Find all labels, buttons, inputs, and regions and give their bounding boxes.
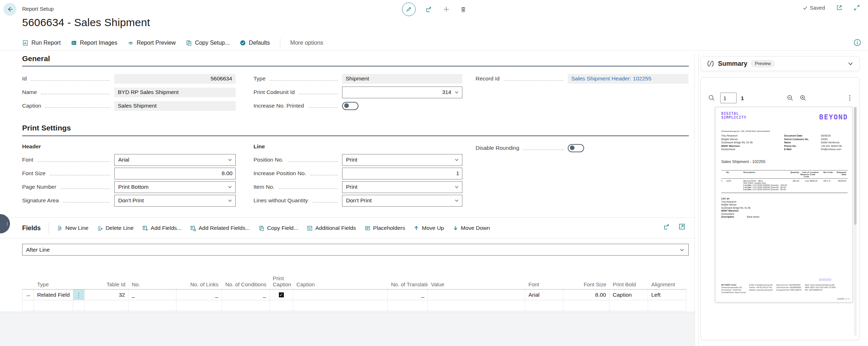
factbox-splitter[interactable] <box>698 54 699 346</box>
cell-no-of-translations[interactable]: _ <box>388 290 428 300</box>
move-up-button[interactable]: Move Up <box>413 225 444 231</box>
record-id-field: Sales Shipment Header: 102255 <box>568 74 688 84</box>
new-button[interactable] <box>443 6 450 13</box>
more-options-button[interactable]: More options <box>290 40 323 46</box>
pdf-zoom-in-button[interactable] <box>799 94 807 102</box>
back-button[interactable] <box>4 3 16 16</box>
item-no-select[interactable]: Print <box>342 181 462 193</box>
col-header-table-id[interactable]: Table Id <box>85 281 129 287</box>
chevron-down-icon[interactable] <box>454 198 459 203</box>
col-header-font[interactable]: Font <box>525 281 563 287</box>
plus-icon <box>443 6 450 13</box>
col-header-print-caption[interactable]: Print Caption <box>270 275 293 287</box>
report-images-button[interactable]: Report Images <box>71 40 117 46</box>
col-header-no-of-links[interactable]: No. of Links <box>176 281 222 287</box>
cell-no[interactable]: _ <box>129 290 176 300</box>
add-fields-button[interactable]: Add Fields... <box>142 225 181 231</box>
fields-heading[interactable]: Fields <box>22 224 41 232</box>
fields-expand-button[interactable] <box>678 223 686 230</box>
col-header-alignment[interactable]: Alignment <box>648 281 686 287</box>
lines-without-quantity-label: Lines without Quantity <box>254 197 308 204</box>
report-preview-button[interactable]: Report Preview <box>127 40 176 46</box>
copy-setup-button[interactable]: Copy Setup... <box>186 40 230 46</box>
back-arrow-icon <box>6 6 14 13</box>
pdf-more-button[interactable] <box>847 94 852 102</box>
cell-no-of-links[interactable]: _ <box>176 290 222 300</box>
record-id-link[interactable]: Sales Shipment Header: 102255 <box>571 75 651 82</box>
print-settings-heading[interactable]: Print Settings <box>22 124 71 132</box>
checked-checkbox-icon[interactable]: ✓ <box>279 292 284 297</box>
lines-without-quantity-select[interactable]: Don't Print <box>342 195 462 207</box>
cell-caption[interactable] <box>293 290 388 300</box>
col-header-no[interactable]: No. <box>129 281 176 287</box>
cell-font[interactable]: Arial <box>525 290 563 300</box>
pdf-search-button[interactable] <box>708 94 715 102</box>
cell-type[interactable]: Related Field <box>34 290 73 300</box>
line-group-label: Line <box>254 143 265 150</box>
placeholders-button[interactable]: Placeholders <box>365 225 405 231</box>
increase-position-no-input[interactable]: 1 <box>342 168 462 179</box>
open-in-window-button[interactable] <box>836 4 843 11</box>
name-field: BYD RP Sales Shipment <box>114 88 236 97</box>
report-images-label: Report Images <box>80 40 117 46</box>
col-header-no-of-translations[interactable]: No. of Translations <box>388 281 428 287</box>
pdf-scrollbar-thumb[interactable] <box>854 107 857 225</box>
general-heading[interactable]: General <box>22 54 50 63</box>
font-size-label: Font Size <box>22 170 45 177</box>
chevron-down-icon[interactable] <box>227 157 232 162</box>
fields-filter-select[interactable]: After Line <box>22 244 689 256</box>
print-codeunit-field[interactable]: 314 <box>342 86 462 98</box>
collapse-button[interactable] <box>853 4 860 11</box>
defaults-button[interactable]: Defaults <box>240 40 270 46</box>
summary-collapse-button[interactable] <box>847 60 854 67</box>
col-header-type[interactable]: Type <box>34 281 73 287</box>
share-button[interactable] <box>426 6 433 13</box>
chevron-down-icon[interactable] <box>227 198 232 203</box>
chevron-down-icon[interactable] <box>227 184 232 189</box>
pdf-page-input[interactable] <box>720 93 737 103</box>
fields-filter-value: After Line <box>26 247 50 253</box>
font-select[interactable]: Arial <box>114 154 236 166</box>
page-number-select[interactable]: Print Bottom <box>114 181 236 193</box>
cell-value[interactable] <box>428 290 525 300</box>
cell-alignment[interactable]: Left <box>648 290 686 300</box>
delete-line-button[interactable]: Delete Line <box>97 225 134 231</box>
chevron-down-icon[interactable] <box>679 247 685 253</box>
check-icon <box>803 5 808 10</box>
col-header-value[interactable]: Value <box>428 281 525 287</box>
pdf-zoom-out-button[interactable] <box>787 94 794 102</box>
additional-fields-button[interactable]: 12 Additional Fields <box>307 225 356 231</box>
font-size-input[interactable]: 8.00 <box>114 168 236 179</box>
chevron-down-icon[interactable] <box>454 90 459 95</box>
cell-print-caption[interactable]: ✓ <box>270 290 293 300</box>
edit-button[interactable] <box>402 3 416 16</box>
copy-field-button[interactable]: Copy Field... <box>259 225 298 231</box>
col-header-caption[interactable]: Caption <box>293 281 388 287</box>
col-header-font-size[interactable]: Font Size <box>563 281 609 287</box>
col-header-print-bold[interactable]: Print Bold <box>609 281 648 287</box>
position-no-select[interactable]: Print <box>342 154 462 166</box>
new-line-icon <box>57 225 63 231</box>
content-right-border <box>694 54 695 346</box>
cell-table-id[interactable]: 32 <box>85 290 129 300</box>
info-button[interactable] <box>853 39 861 46</box>
pdf-scrollbar[interactable] <box>854 107 857 336</box>
chevron-down-icon[interactable] <box>454 157 459 162</box>
run-report-button[interactable]: Run Report <box>22 40 61 46</box>
chevron-down-icon[interactable] <box>454 184 459 189</box>
increase-no-printed-toggle[interactable] <box>342 102 358 110</box>
fields-share-button[interactable] <box>663 223 671 230</box>
col-header-no-of-conditions[interactable]: No. of Conditions <box>222 281 270 287</box>
add-related-fields-button[interactable]: Add Related Fields... <box>190 225 250 231</box>
save-status: Saved <box>803 5 825 11</box>
move-down-button[interactable]: Move Down <box>453 225 490 231</box>
disable-rounding-toggle[interactable] <box>568 144 584 152</box>
new-line-button[interactable]: New Line <box>57 225 89 231</box>
cell-font-size[interactable]: 8.00 <box>563 290 609 300</box>
cell-ellipsis-menu[interactable]: ··· <box>73 290 85 300</box>
cell-print-bold[interactable]: Caption <box>609 290 648 300</box>
signature-area-select[interactable]: Don't Print <box>114 195 236 207</box>
position-no-label: Position No. <box>254 157 284 163</box>
cell-no-of-conditions[interactable]: _ <box>222 290 270 300</box>
delete-button[interactable] <box>460 6 467 13</box>
